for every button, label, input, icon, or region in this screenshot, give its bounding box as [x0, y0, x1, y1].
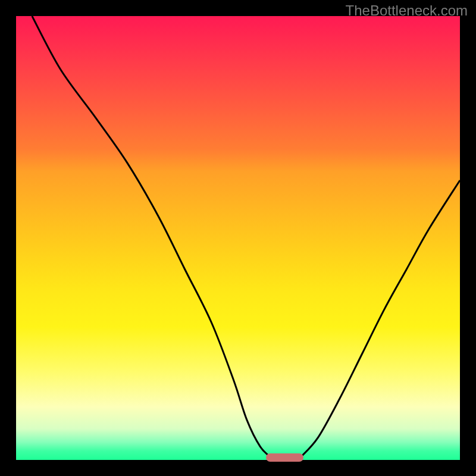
plot-area	[16, 16, 460, 460]
curve-layer	[16, 16, 460, 460]
watermark-text: TheBottleneck.com	[346, 2, 468, 19]
bottleneck-chart: TheBottleneck.com	[0, 0, 476, 476]
left-curve	[32, 16, 271, 458]
right-curve	[300, 180, 460, 458]
optimal-marker	[266, 453, 303, 462]
